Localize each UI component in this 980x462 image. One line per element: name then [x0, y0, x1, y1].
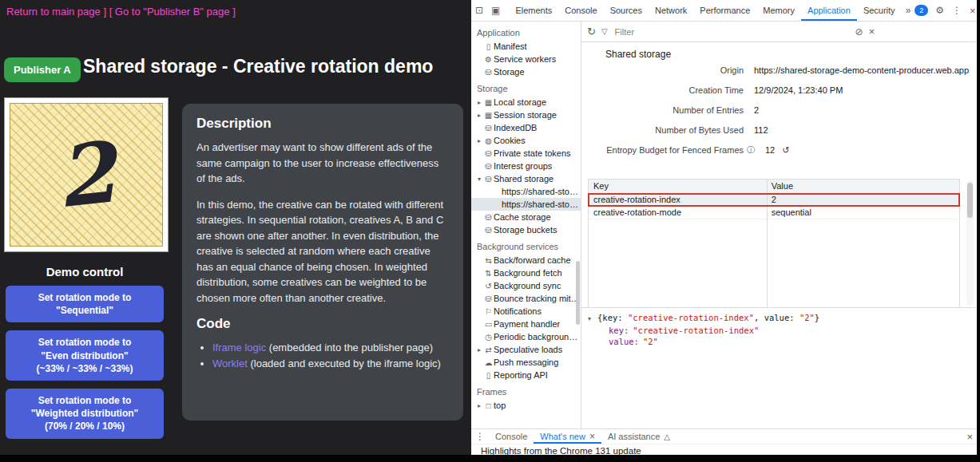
expand-arrow-icon[interactable] [475, 402, 483, 409]
table-row-creative-rotation-mode[interactable]: creative-rotation-mode sequential [589, 207, 959, 219]
sidebar-item-interest-groups[interactable]: Interest groups [471, 160, 581, 172]
scrollbar-thumb[interactable] [967, 183, 973, 218]
meta-row-origin: Originhttps://shared-storage-demo-conten… [588, 65, 977, 76]
drawer-tab-label: AI assistance [608, 432, 660, 441]
table-row-creative-rotation-index[interactable]: creative-rotation-index 2 [589, 194, 959, 207]
button-line: Set rotation mode to [12, 394, 157, 407]
tab-security[interactable]: Security [857, 0, 902, 21]
sidebar-item-speculative-loads[interactable]: Speculative loads [471, 343, 581, 356]
tab-application[interactable]: Application [801, 0, 857, 21]
list-item-text: (embedded into the publisher page) [266, 342, 433, 353]
expand-arrow-icon[interactable] [475, 99, 483, 106]
settings-gear-icon[interactable] [931, 5, 948, 16]
publisher-b-link[interactable]: Go to "Publisher B" page [115, 6, 230, 18]
drawer-tab-console[interactable]: Console [489, 429, 534, 444]
delete-selected-icon[interactable] [869, 26, 875, 38]
drawer-tab-whats-new[interactable]: What's new [534, 429, 601, 444]
expand-arrow-icon[interactable] [475, 137, 483, 144]
set-even-distribution-button[interactable]: Set rotation mode to "Even distribution"… [6, 330, 164, 381]
devtools-menu-icon[interactable] [948, 5, 966, 16]
refresh-icon[interactable] [587, 26, 596, 38]
button-line: (~33% / ~33% / ~33%) [12, 362, 157, 375]
meta-label: Number of Bytes Used [588, 125, 744, 135]
sidebar-item-manifest[interactable]: Manifest [471, 40, 581, 53]
meta-row-creation-time: Creation Time12/9/2024, 1:23:40 PM [588, 85, 977, 96]
sidebar-item-shared-storage[interactable]: Shared storage [471, 172, 581, 185]
column-header-key[interactable]: Key [589, 180, 767, 193]
sidebar-item-back-forward-cache[interactable]: Back/forward cache [471, 254, 581, 267]
table-icon [483, 98, 494, 107]
sidebar-item-push-messaging[interactable]: Push messaging [471, 356, 581, 369]
expand-arrow-icon[interactable] [475, 112, 483, 119]
speculative-loads-icon [483, 346, 494, 354]
shared-storage-panel: Shared storage Originhttps://shared-stor… [581, 22, 977, 428]
tab-memory[interactable]: Memory [756, 0, 801, 21]
sidebar-scrollbar[interactable] [576, 261, 580, 325]
sidebar-item-storage[interactable]: Storage [471, 65, 581, 78]
meta-value: https://shared-storage-demo-content-prod… [754, 65, 969, 75]
entry-preview: {key: "creative-rotation-index", value: … [581, 307, 977, 428]
worklet-link[interactable]: Worklet [212, 357, 248, 369]
sidebar-item-background-sync[interactable]: Background sync [471, 279, 581, 292]
iframe-logic-link[interactable]: Iframe logic [212, 342, 266, 353]
meta-label: Origin [588, 65, 744, 75]
filter-input[interactable] [613, 26, 850, 38]
database-icon [483, 226, 494, 235]
sidebar-item-bounce-tracking[interactable]: Bounce tracking miti… [471, 292, 581, 305]
sidebar-item-local-storage[interactable]: Local storage [471, 96, 581, 109]
tab-elements[interactable]: Elements [509, 0, 558, 21]
sidebar-item-payment-handler[interactable]: Payment handler [471, 318, 581, 330]
reset-budget-icon[interactable] [782, 145, 789, 156]
button-line: "Sequential" [12, 304, 157, 317]
button-line: "Weighted distribution" [12, 407, 157, 420]
sidebar-item-indexeddb[interactable]: IndexedDB [471, 121, 581, 134]
sidebar-item-storage-buckets[interactable]: Storage buckets [471, 223, 581, 236]
issues-badge[interactable]: 2 [915, 5, 928, 16]
sidebar-item-cache-storage[interactable]: Cache storage [471, 211, 581, 223]
sidebar-item-background-fetch[interactable]: Background fetch [471, 267, 581, 279]
more-tabs-icon[interactable] [902, 5, 915, 16]
inspect-icon[interactable] [471, 5, 487, 16]
expander-icon[interactable] [588, 314, 597, 325]
meta-row-entropy-budget: Entropy Budget for Fenced Frames12 [588, 144, 977, 156]
metadata-report: Originhttps://shared-storage-demo-conten… [581, 65, 977, 156]
panel-title: Shared storage [581, 42, 977, 61]
page-title: Shared storage - Creative rotation demo [83, 56, 433, 77]
sidebar-item-private-state-tokens[interactable]: Private state tokens [471, 147, 581, 160]
description-panel: Description An advertiser may want to sh… [182, 104, 463, 421]
set-sequential-button[interactable]: Set rotation mode to "Sequential" [6, 286, 164, 322]
tab-performance[interactable]: Performance [693, 0, 756, 21]
expand-arrow-icon[interactable] [475, 346, 483, 353]
info-icon [747, 144, 755, 156]
meta-value: 12/9/2024, 1:23:40 PM [754, 85, 843, 95]
sidebar-item-shared-storage-origin-2[interactable]: https://shared-storage… [471, 198, 581, 211]
collapse-arrow-icon[interactable] [475, 176, 483, 183]
drawer-tab-ai-assistance[interactable]: AI assistance [601, 429, 676, 444]
clear-all-icon[interactable] [855, 26, 863, 38]
sidebar-item-periodic-background-sync[interactable]: Periodic backgroun… [471, 330, 581, 343]
sidebar-item-session-storage[interactable]: Session storage [471, 109, 581, 121]
sidebar-item-notifications[interactable]: Notifications [471, 305, 581, 318]
filter-funnel-icon [601, 27, 608, 36]
tab-console[interactable]: Console [558, 0, 603, 21]
ad-creative[interactable]: 2 [4, 97, 169, 252]
close-tab-icon[interactable] [589, 431, 595, 442]
meta-value: 2 [754, 105, 759, 115]
tab-network[interactable]: Network [649, 0, 693, 21]
section-header-frames: Frames [471, 381, 581, 399]
database-icon [483, 294, 494, 303]
sidebar-item-cookies[interactable]: Cookies [471, 134, 581, 147]
sidebar-item-service-workers[interactable]: Service workers [471, 53, 581, 65]
sidebar-item-top-frame[interactable]: top [471, 399, 581, 412]
set-weighted-distribution-button[interactable]: Set rotation mode to "Weighted distribut… [6, 389, 164, 439]
table-cell-value: 2 [767, 194, 959, 206]
sidebar-item-reporting-api[interactable]: Reporting API [471, 369, 581, 381]
drawer-menu-icon[interactable] [471, 431, 489, 442]
return-main-link[interactable]: Return to main page [6, 6, 101, 18]
column-header-value[interactable]: Value [767, 180, 959, 193]
sidebar-item-shared-storage-origin-1[interactable]: https://shared-storage… [471, 185, 581, 198]
table-scrollbar[interactable] [966, 180, 974, 306]
drawer-close-icon[interactable] [962, 431, 977, 443]
device-toolbar-icon[interactable] [487, 5, 504, 16]
tab-sources[interactable]: Sources [604, 0, 649, 21]
